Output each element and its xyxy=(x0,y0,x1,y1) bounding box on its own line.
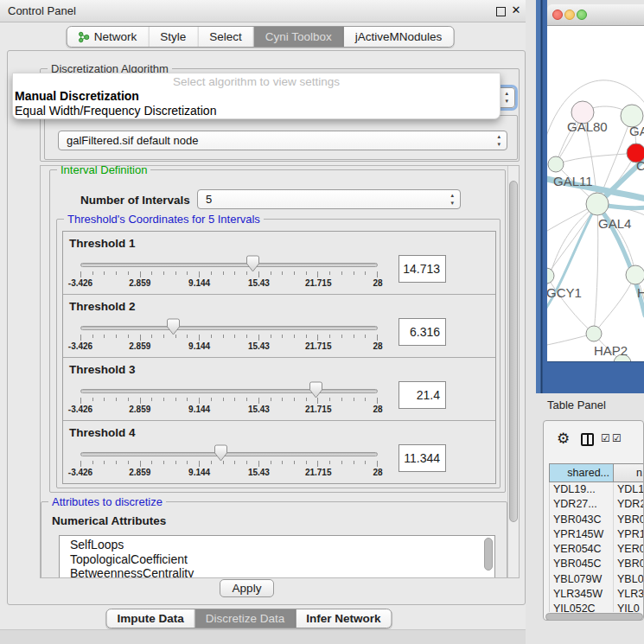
gear-icon[interactable]: ⚙ xyxy=(557,430,570,448)
node[interactable] xyxy=(626,265,644,284)
scrollbar-thumb[interactable] xyxy=(509,181,518,522)
float-window-icon[interactable] xyxy=(496,7,506,16)
node[interactable] xyxy=(586,326,602,341)
thresholds-groupbox: Threshold's Coordinates for 5 Intervals … xyxy=(56,219,501,488)
minimize-traffic-light-icon[interactable] xyxy=(564,10,575,20)
table-data-combobox[interactable]: galFiltered.sif default node ▴▾ xyxy=(58,131,507,150)
tick-marks xyxy=(80,398,378,405)
checkbox-icon[interactable]: ☑ xyxy=(612,432,622,444)
tick xyxy=(104,398,105,401)
slider-track[interactable] xyxy=(80,326,378,330)
slider-thumb[interactable] xyxy=(309,381,323,399)
network-nodes[interactable] xyxy=(547,101,644,361)
table-row[interactable]: YIL052CYIL0 xyxy=(550,602,644,612)
tick xyxy=(199,398,200,404)
network-window-titlebar[interactable] xyxy=(547,4,644,26)
tab-style[interactable]: Style xyxy=(149,27,198,47)
list-item[interactable]: BetweennessCentrality xyxy=(70,566,494,578)
tick xyxy=(377,335,378,341)
tab-infer-network[interactable]: Infer Network xyxy=(296,609,391,628)
attributes-groupbox: Attributes to discretize Numerical Attri… xyxy=(41,501,507,578)
column-header-name[interactable]: n... xyxy=(614,464,644,481)
table-row[interactable]: YBL079WYBL0 xyxy=(550,572,644,587)
table-row[interactable]: YPR145WYPR1 xyxy=(550,527,644,542)
tick xyxy=(80,461,81,467)
tick xyxy=(365,271,366,275)
network-canvas[interactable]: GAL80 GA C GAL11 GAL4 GCY1 H HAP2 xyxy=(547,26,644,361)
threshold-label: Threshold 2 xyxy=(69,300,136,313)
tick xyxy=(246,398,247,401)
tick-labels: -3.4262.8599.14415.4321.71528 xyxy=(80,468,378,478)
slider-track[interactable] xyxy=(80,452,378,456)
table-row[interactable]: YDR27...YDR2 xyxy=(550,497,644,512)
slider-thumb[interactable] xyxy=(214,444,228,462)
threshold-slider[interactable]: -3.4262.8599.14415.4321.71528 xyxy=(80,258,379,292)
tick xyxy=(329,271,330,275)
tick xyxy=(258,335,259,341)
tick xyxy=(140,461,141,467)
menu-item-equal-width-frequency[interactable]: Equal Width/Frequency Discretization xyxy=(13,104,500,118)
zoom-traffic-light-icon[interactable] xyxy=(577,10,587,20)
bottom-strip xyxy=(0,629,526,644)
threshold-value-field[interactable]: 21.4 xyxy=(399,381,446,409)
table-row[interactable]: YBR043CYBR0 xyxy=(550,513,644,527)
tick xyxy=(341,271,342,275)
node[interactable] xyxy=(548,156,564,172)
tab-select[interactable]: Select xyxy=(198,27,254,47)
tick xyxy=(306,335,307,338)
tick xyxy=(92,398,93,401)
slider-thumb[interactable] xyxy=(245,255,260,273)
tick xyxy=(92,335,93,338)
node-label: GAL80 xyxy=(567,119,608,134)
vertical-scrollbar[interactable] xyxy=(507,166,519,577)
slider-track[interactable] xyxy=(80,263,378,267)
column-header-shared[interactable]: shared... xyxy=(550,464,614,481)
apply-button[interactable]: Apply xyxy=(220,579,274,597)
num-intervals-combobox[interactable]: 5 ▴▾ xyxy=(197,189,461,209)
tick xyxy=(80,335,81,341)
tick xyxy=(223,335,224,338)
spinner-icon: ▴▾ xyxy=(505,89,508,105)
thresholds-group-title: Threshold's Coordinates for 5 Intervals xyxy=(64,213,264,226)
threshold-value-field[interactable]: 14.713 xyxy=(399,255,446,283)
table-row[interactable]: YLR345WYLR3 xyxy=(550,587,644,602)
list-item[interactable]: SelfLoops xyxy=(70,538,494,552)
table-row[interactable]: YBR045CYBR0 xyxy=(550,557,644,571)
table-rows: YDL19...YDL1 YDR27...YDR2 YBR043CYBR0 YP… xyxy=(549,482,644,612)
attributes-list[interactable]: SelfLoops TopologicalCoefficient Between… xyxy=(59,535,495,578)
tab-cyni-toolbox[interactable]: Cyni Toolbox xyxy=(254,27,344,47)
settings-scrollpane: Interval Definition Number of Intervals … xyxy=(40,165,520,578)
tab-impute-data[interactable]: Impute Data xyxy=(106,609,194,628)
table-panel-title: Table Panel xyxy=(547,399,606,411)
tab-jactivemnodules[interactable]: jActiveMNodules xyxy=(344,27,454,47)
list-scrollbar[interactable] xyxy=(484,538,493,571)
table-row[interactable]: YER054CYER0 xyxy=(550,542,644,557)
app-window: Control Panel ✕ Network Style Select Cyn… xyxy=(0,0,644,644)
threshold-value-field[interactable]: 11.344 xyxy=(399,444,446,472)
slider-track[interactable] xyxy=(80,389,378,393)
tick xyxy=(377,271,378,277)
tick xyxy=(140,335,141,341)
checkbox-icon[interactable]: ☑ xyxy=(601,432,610,444)
menu-item-manual-discretization[interactable]: Manual Discretization xyxy=(13,89,500,104)
tick-marks xyxy=(80,271,378,278)
tab-network[interactable]: Network xyxy=(67,27,150,47)
table-data-value: galFiltered.sif default node xyxy=(67,134,198,147)
table-row[interactable]: YDL19...YDL1 xyxy=(550,482,644,497)
threshold-slider[interactable]: -3.4262.8599.14415.4321.71528 xyxy=(80,447,379,481)
tick xyxy=(234,335,235,338)
close-traffic-light-icon[interactable] xyxy=(552,10,563,20)
node[interactable] xyxy=(547,268,554,284)
slider-thumb[interactable] xyxy=(166,318,181,336)
node-gal4[interactable] xyxy=(586,193,609,215)
tick xyxy=(163,335,164,338)
threshold-value-field[interactable]: 6.316 xyxy=(399,318,446,346)
horizontal-scrollbar[interactable] xyxy=(545,613,643,621)
threshold-slider[interactable]: -3.4262.8599.14415.4321.71528 xyxy=(80,321,379,355)
tick xyxy=(187,335,188,338)
list-item[interactable]: TopologicalCoefficient xyxy=(70,552,494,567)
column-selector-icon[interactable] xyxy=(581,433,594,446)
threshold-slider[interactable]: -3.4262.8599.14415.4321.71528 xyxy=(80,384,379,418)
tab-discretize-data[interactable]: Discretize Data xyxy=(195,609,296,628)
close-icon[interactable]: ✕ xyxy=(509,3,523,16)
